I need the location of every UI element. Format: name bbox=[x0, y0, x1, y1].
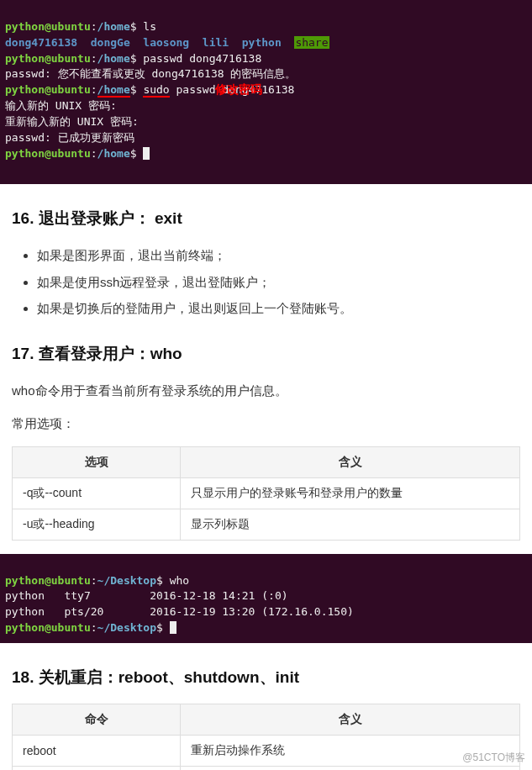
prompt-path: /home bbox=[97, 147, 130, 160]
colon: : bbox=[91, 574, 97, 587]
who-output-line: python pts/20 2016-12-19 13:20 (172.16.0… bbox=[5, 605, 354, 618]
prompt-path: ~/Desktop bbox=[97, 574, 156, 587]
colon: : bbox=[91, 621, 97, 634]
terminal-passwd: python@ubuntu:/home$ ls dong4716138 dong… bbox=[0, 0, 532, 184]
cell-meaning: 显示列标题 bbox=[181, 509, 520, 540]
passwd-success: passwd: 已成功更新密码 bbox=[5, 131, 134, 144]
table-row: -u或--heading 显示列标题 bbox=[13, 509, 520, 540]
dollar: $ bbox=[130, 83, 144, 96]
cell-command: reboot bbox=[13, 736, 181, 767]
list-item: 如果是切换后的登陆用户，退出则返回上一个登陆账号。 bbox=[37, 298, 520, 319]
heading-18-reboot: 18. 关机重启：reboot、shutdown、init bbox=[12, 667, 520, 688]
cursor-icon bbox=[170, 621, 176, 634]
th-meaning: 含义 bbox=[181, 446, 520, 477]
list-item: 如果是图形界面，退出当前终端； bbox=[37, 245, 520, 266]
ls-share: share bbox=[294, 36, 329, 49]
annotation-modify-pw: 修改密码 bbox=[215, 81, 262, 98]
prompt-user: python@ubuntu bbox=[5, 147, 91, 160]
th-command: 命令 bbox=[13, 704, 181, 736]
cell-option: -u或--heading bbox=[13, 509, 181, 540]
table-row: 选项 含义 bbox=[13, 446, 520, 477]
sudo-underlined: sudo bbox=[143, 83, 169, 98]
prompt-user: python@ubuntu bbox=[5, 621, 91, 634]
dollar: $ bbox=[156, 621, 170, 634]
colon: : bbox=[91, 147, 97, 160]
cell-meaning: 重新启动操作系统，shutdown会给别的用户提示 bbox=[181, 767, 520, 771]
prompt-path: ~/Desktop bbox=[97, 621, 156, 634]
cell-command: shutdown –r now bbox=[13, 767, 181, 771]
prompt-user: python@ubuntu bbox=[5, 574, 91, 587]
prompt-user: python@ubuntu bbox=[5, 83, 91, 96]
heading-16-exit: 16. 退出登录账户： exit bbox=[12, 208, 520, 229]
prompt-newpw: 输入新的 UNIX 密码: bbox=[5, 99, 124, 112]
ls-output: dong4716138 dongGe laosong lili python bbox=[5, 36, 294, 49]
heading-17-who: 17. 查看登录用户：who bbox=[12, 343, 520, 365]
cmd-ls: $ ls bbox=[130, 20, 156, 33]
table-row: 命令 含义 bbox=[13, 704, 520, 736]
table-row: -q或--count 只显示用户的登录账号和登录用户的数量 bbox=[13, 477, 520, 509]
th-meaning: 含义 bbox=[181, 704, 520, 736]
who-options-table: 选项 含义 -q或--count 只显示用户的登录账号和登录用户的数量 -u或-… bbox=[12, 446, 520, 541]
cmd-who: $ who bbox=[156, 574, 189, 587]
prompt-path-underlined: /home bbox=[97, 83, 130, 98]
options-label: 常用选项： bbox=[12, 413, 520, 435]
exit-list: 如果是图形界面，退出当前终端； 如果是使用ssh远程登录，退出登陆账户； 如果是… bbox=[12, 245, 520, 319]
prompt-path: /home bbox=[97, 52, 130, 65]
colon: : bbox=[91, 52, 97, 65]
table-row: reboot 重新启动操作系统 bbox=[13, 736, 520, 767]
prompt-retype: 重新输入新的 UNIX 密码: bbox=[5, 115, 145, 128]
prompt-user: python@ubuntu bbox=[5, 20, 91, 33]
list-item: 如果是使用ssh远程登录，退出登陆账户； bbox=[37, 272, 520, 293]
reboot-table: 命令 含义 reboot 重新启动操作系统 shutdown –r now 重新… bbox=[12, 704, 520, 770]
cursor-icon bbox=[143, 147, 150, 160]
passwd-error: passwd: 您不能查看或更改 dong4716138 的密码信息。 bbox=[5, 67, 296, 80]
th-option: 选项 bbox=[13, 446, 181, 477]
cmd-passwd: $ passwd dong4716138 bbox=[130, 52, 262, 65]
terminal-who: python@ubuntu:~/Desktop$ who python tty7… bbox=[0, 554, 532, 643]
colon: : bbox=[91, 83, 97, 96]
dollar: $ bbox=[130, 147, 144, 160]
who-description: who命令用于查看当前所有登录系统的用户信息。 bbox=[12, 380, 520, 402]
table-row: shutdown –r now 重新启动操作系统，shutdown会给别的用户提… bbox=[13, 767, 520, 771]
cell-option: -q或--count bbox=[13, 477, 181, 509]
cell-meaning: 只显示用户的登录账号和登录用户的数量 bbox=[181, 477, 520, 509]
prompt-path: /home bbox=[97, 20, 130, 33]
colon: : bbox=[91, 20, 97, 33]
prompt-user: python@ubuntu bbox=[5, 52, 91, 65]
watermark: @51CTO博客 bbox=[462, 751, 525, 765]
who-output-line: python tty7 2016-12-18 14:21 (:0) bbox=[5, 589, 288, 602]
